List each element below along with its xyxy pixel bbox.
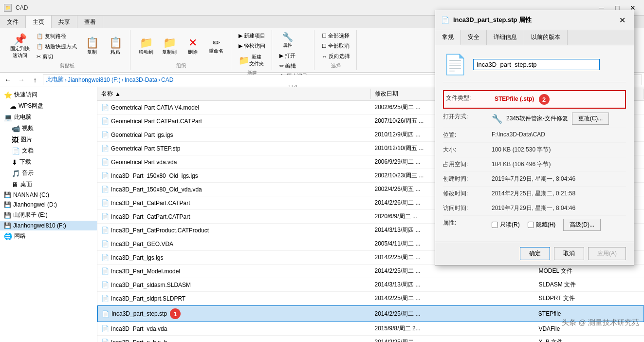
dialog-row-attrs: 属性: 只读(R) 隐藏(H) 高级(D)... [443,216,626,234]
tab-home[interactable]: 主页 [26,16,52,28]
cancel-button[interactable]: 取消 [554,247,584,260]
table-row[interactable]: 📄Inca3D_Part_vda.vda2015/9/8/周二 2...VDAF… [97,322,644,336]
sidebar-item-jianhongwei-d[interactable]: 💾 Jianhongwei (D:) [0,200,97,209]
title-bar-icons: 📁 [4,4,12,12]
sidebar-label-nannan: NANNAN (C:) [13,191,49,198]
copy-path-button[interactable]: 📋 复制路径 [34,32,79,41]
invert-icon: ↔ [322,54,327,59]
modified-label: 修改时间: [443,190,492,198]
table-row[interactable]: 📄Inca3D_Part_sldasm.SLDASM2014/3/13/周四 .… [97,278,644,292]
file-icon: 📄 [101,145,109,152]
size-on-disk-label: 占用空间: [443,160,492,169]
sidebar-item-desktop[interactable]: 🖥 桌面 [0,179,97,190]
hidden-input[interactable] [528,222,534,228]
ribbon-group-select: ☐ 全部选择 ☐ 全部取消 ↔ 反向选择 选择 [315,30,357,70]
dialog-close-button[interactable]: ✕ [616,14,628,26]
file-name-cell: 📄Inca3D_part_step.stp1 [98,307,371,320]
dialog-filename-input[interactable] [473,59,600,70]
ok-button[interactable]: 确定 [520,247,550,260]
tab-view[interactable]: 查看 [77,16,103,28]
dialog-tab-security[interactable]: 安全 [461,30,487,45]
col-header-name[interactable]: 名称 ▲ [97,89,371,99]
sidebar-item-quick-access[interactable]: ⭐ 快速访问 [0,89,97,100]
edit-icon: ✏ [279,63,284,69]
invert-selection-button[interactable]: ↔ 反向选择 [319,52,352,61]
tab-file[interactable]: 文件 [0,16,26,28]
new-folder-button[interactable]: 📁 新建文件夹 [236,52,266,69]
open-button[interactable]: ▶ 打开 [277,51,298,60]
easy-access-button[interactable]: ▶ 轻松访问 [236,41,268,51]
properties-button[interactable]: 🔧 属性 [277,31,298,50]
ribbon-group-clipboard: 📌 固定到快速访问 📋 复制路径 📋 粘贴快捷方式 ✂ 剪切 [4,30,130,70]
readonly-checkbox[interactable]: 只读(R) [492,221,520,229]
table-row[interactable]: 📄Inca3D_Part_sldprt.SLDPRT2014/2/25/周二 .… [97,292,644,305]
file-icon: 📄 [101,158,109,166]
properties-icon: 🔧 [282,33,293,41]
change-openwith-button[interactable]: 更改(C)... [572,113,609,125]
openwith-label: 打开方式: [443,113,492,121]
ribbon-group-new: ▶ 新建项目 ▶ 轻松访问 📁 新建文件夹 新建 [232,30,272,70]
hidden-checkbox[interactable]: 隐藏(H) [528,221,556,229]
sidebar-item-shanying-e[interactable]: 💾 山润果子 (E:) [0,209,97,221]
forward-button[interactable]: → [16,74,27,86]
path-drive[interactable]: Jianhongwei810 (F:) [68,76,121,83]
pin-icon: 📌 [14,34,27,45]
file-name-cell: 📄Geometrical Part CATPart.CATPart [97,116,371,126]
sidebar-item-nannan[interactable]: 💾 NANNAN (C:) [0,190,97,200]
pin-to-quick-access-button[interactable]: 📌 固定到快速访问 [8,33,32,60]
cut-button[interactable]: ✂ 剪切 [34,52,79,61]
file-icon: 📄 [101,339,109,342]
edit-button[interactable]: ✏ 编辑 [277,61,298,71]
table-row[interactable]: 📄Inca3D_Part_Model.model2014/2/25/周二 ...… [97,265,644,278]
delete-button[interactable]: ✕ 删除 [182,36,203,57]
sidebar-item-videos[interactable]: 📹 视频 [0,123,97,134]
drive-c-icon: 💾 [4,191,11,198]
new-folder-icon: 📁 [239,56,249,65]
file-icon: 📄 [102,310,110,318]
copy-button[interactable]: 📋 复制 [81,36,103,57]
sidebar-item-images[interactable]: 🖼 图片 [0,134,97,145]
dialog-tab-details[interactable]: 详细信息 [487,30,524,45]
path-this-pc[interactable]: 此电脑 [46,76,64,84]
tab-share[interactable]: 共享 [52,16,77,28]
dialog-tab-general[interactable]: 常规 [435,30,461,45]
back-button[interactable]: ← [2,74,14,86]
accessed-value: 2019年7月29日, 星期一, 8:04:46 [492,204,626,212]
advanced-button[interactable]: 高级(D)... [563,219,601,231]
openwith-value: 2345软件管家-文件修复 [506,114,568,123]
new-item-button[interactable]: ▶ 新建项目 [236,31,268,40]
properties-dialog: 📄 Inca3D_part_step.stp 属性 ✕ 常规 安全 详细信息 以… [435,10,634,266]
move-to-button[interactable]: 📁 移动到 [135,36,157,57]
dialog-tab-previous[interactable]: 以前的版本 [524,30,568,45]
modified-value: 2014年2月25日, 星期二, 0:21:58 [492,190,626,198]
table-row[interactable]: 📄Inca3D_Part_x_b.x_b2014/2/25/周二 ...X_B … [97,336,644,342]
dialog-title-bar: 📄 Inca3D_part_step.stp 属性 ✕ [435,10,634,30]
paste-button[interactable]: 📋 粘贴 [105,36,126,57]
file-type-cell: X_B 文件 [534,337,644,342]
apply-button[interactable]: 应用(A) [588,247,626,260]
file-name-cell: 📄Inca3D_Part_x_b.x_b [97,338,371,342]
sidebar-label-docs: 文档 [22,147,34,155]
sidebar-item-network[interactable]: 🌐 网络 [0,230,97,242]
open-buttons: 🔧 属性 ▶ 打开 ✏ 编辑 ⏱ 历史记录 [277,31,310,81]
sidebar-item-music[interactable]: 🎵 音乐 [0,168,97,179]
sidebar-item-jianhongwei810-f[interactable]: 💾 Jianhongwei810 (F:) [0,221,97,230]
sidebar-item-docs[interactable]: 📄 文档 [0,145,97,156]
path-folder[interactable]: Inca3D-Data [125,76,157,83]
table-row[interactable]: 📄Inca3D_part_step.stp12014/2/25/周二 ...ST… [97,305,644,322]
path-cad[interactable]: CAD [161,76,173,83]
paste-shortcut-button[interactable]: 📋 粘贴快捷方式 [34,42,79,51]
up-button[interactable]: ↑ [29,74,41,86]
star-icon: ⭐ [4,91,12,99]
select-all-icon: ☐ [322,33,327,39]
select-all-button[interactable]: ☐ 全部选择 [319,31,352,40]
deselect-all-button[interactable]: ☐ 全部取消 [319,41,352,51]
openwith-icon: 🔧 [492,114,502,124]
sidebar-item-downloads[interactable]: ⬇ 下载 [0,156,97,168]
sidebar-item-wps[interactable]: ☁ WPS网盘 [0,100,97,112]
copy-to-button[interactable]: 📁 复制到 [159,36,180,57]
readonly-input[interactable] [492,222,498,228]
sidebar-item-this-pc[interactable]: 💻 此电脑 [0,112,97,123]
rename-button[interactable]: ✏ 重命名 [205,37,227,56]
file-name-cell: 📄Geometrical Part igs.igs [97,130,371,139]
